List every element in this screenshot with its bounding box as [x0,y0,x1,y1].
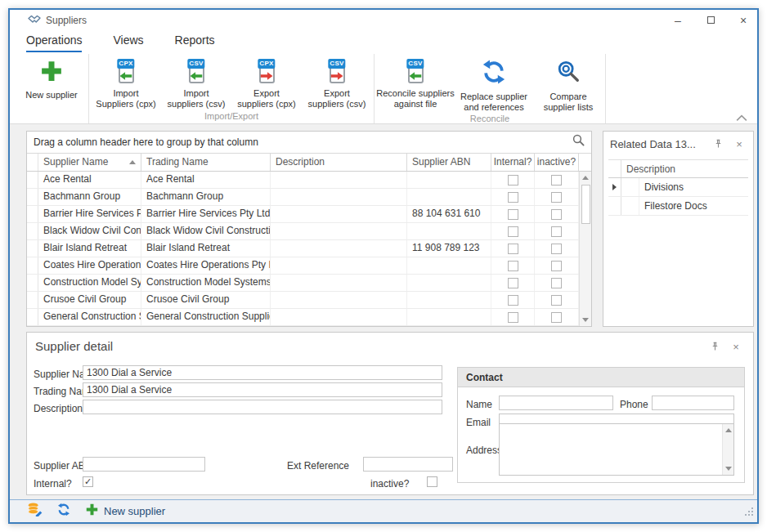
contact-phone-field[interactable] [652,396,734,410]
list-item[interactable]: Divisions [608,178,748,197]
minimize-button[interactable]: – [671,13,685,28]
internal-checkbox[interactable] [508,278,518,288]
inactive-checkbox[interactable] [551,209,562,220]
internal-checkbox[interactable] [508,295,518,306]
column-header-internal[interactable]: Internal? [491,154,535,171]
group-label-reconcile: Reconcile [376,113,603,126]
inactive-cell [535,292,579,308]
contact-name-field[interactable] [499,396,613,410]
inactive-checkbox[interactable] [551,244,562,254]
inactive-checkbox[interactable] [551,226,562,237]
grid-header-row: Supplier Name Trading Name Description S… [27,154,591,172]
contact-phone-label: Phone [620,399,648,410]
column-header-supplier-abn[interactable]: Supplier ABN [407,154,491,171]
table-row[interactable]: Coates Hire Operations P... Coates Hire … [27,257,591,275]
group-by-bar[interactable]: Drag a column header here to group by th… [27,132,591,154]
edit-data-button[interactable] [28,503,43,520]
replace-refresh-icon [482,59,506,88]
tab-operations[interactable]: Operations [26,34,82,52]
pin-icon[interactable] [711,136,725,151]
ribbon-group-reconcile: CSV Reconcile suppliers against file [375,54,606,123]
selected-row-pointer-icon [612,184,617,190]
inactive-checkbox[interactable] [551,295,562,306]
table-row[interactable]: Crusoe Civil Group Crusoe Civil Group [27,292,591,309]
scroll-up-icon[interactable] [580,172,591,184]
trading-name-cell: General Construction Supplie... [141,309,271,325]
internal-checkbox[interactable]: ✓ [83,476,93,487]
import-suppliers-csv-button[interactable]: CSV Import suppliers (csv) [161,54,231,110]
refresh-icon [57,503,70,520]
close-button[interactable]: × [736,13,751,28]
column-header-description[interactable]: Description [271,154,407,171]
inactive-checkbox[interactable] [551,312,562,323]
table-row[interactable]: Blair Island Retreat Blair Island Retrea… [27,240,591,257]
address-scrollbar[interactable] [722,424,733,475]
supplier-name-field[interactable] [83,365,442,380]
ext-reference-field[interactable] [363,457,453,472]
search-icon[interactable] [572,134,585,150]
reconcile-suppliers-button[interactable]: CSV Reconcile suppliers against file [376,54,455,113]
scroll-down-icon[interactable] [580,314,591,326]
supplier-abn-cell [407,223,491,239]
tab-views[interactable]: Views [113,34,143,52]
internal-cell [491,309,535,325]
compare-magnifier-icon [556,59,581,88]
close-icon[interactable]: × [729,339,743,354]
import-csv-icon: CSV [182,59,210,85]
inactive-cell [535,189,579,205]
export-suppliers-cpx-button[interactable]: CPX Export suppliers (cpx) [231,54,302,110]
inactive-checkbox[interactable] [551,175,562,186]
table-row[interactable]: General Construction Su... General Const… [27,309,591,326]
table-row[interactable]: Ace Rental Ace Rental [27,172,591,189]
contact-address-field[interactable] [500,424,733,475]
export-cpx-icon: CPX [253,59,280,85]
table-row[interactable]: Bachmann Group Bachmann Group [27,189,591,206]
scroll-down-icon[interactable] [723,463,733,475]
internal-checkbox[interactable] [508,261,518,271]
row-indicator-cell [27,275,38,291]
list-item[interactable]: Filestore Docs [608,197,748,216]
inactive-checkbox[interactable] [551,261,562,271]
tab-reports[interactable]: Reports [175,34,215,52]
supplier-detail-title: Supplier detail [35,339,113,353]
export-suppliers-csv-button[interactable]: CSV Export suppliers (csv) [302,54,372,110]
internal-cell [491,189,535,205]
internal-checkbox[interactable] [508,175,518,186]
row-indicator-cell [608,197,621,215]
inactive-checkbox[interactable] [551,192,562,203]
new-supplier-statusbar-button[interactable]: New supplier [85,503,165,520]
compare-supplier-lists-button[interactable]: Compare supplier lists [533,54,603,113]
scroll-up-icon[interactable] [723,424,733,436]
description-field[interactable] [83,400,442,414]
internal-checkbox[interactable] [508,209,518,220]
table-row[interactable]: Black Widow Civil Constr... Black Widow … [27,223,591,240]
supplier-detail-panel: Supplier detail × Supplier Name Trading … [26,332,754,495]
inactive-checkbox[interactable] [551,278,562,288]
resize-grip[interactable] [744,505,754,520]
close-icon[interactable]: × [732,136,747,151]
refresh-button[interactable] [57,503,70,520]
maximize-button[interactable] [703,13,718,28]
pin-icon[interactable] [707,339,722,354]
internal-checkbox[interactable] [508,192,518,203]
internal-checkbox[interactable] [508,244,518,254]
replace-supplier-button[interactable]: Replace supplier and references [455,54,533,113]
scrollbar-thumb[interactable] [581,185,590,224]
import-suppliers-cpx-button[interactable]: CPX Import Suppliers (cpx) [91,54,161,110]
inactive-checkbox[interactable] [427,476,437,487]
trading-name-cell: Construction Model Systems [141,275,271,291]
vertical-scrollbar[interactable] [579,172,591,326]
table-row[interactable]: Barrier Hire Services Pty ... Barrier Hi… [27,206,591,223]
table-row[interactable]: Construction Model Syst... Construction … [27,275,591,292]
internal-checkbox[interactable] [508,312,518,323]
inactive-cell [535,223,579,239]
column-header-trading-name[interactable]: Trading Name [141,154,271,171]
new-supplier-button[interactable]: New supplier [16,54,87,110]
trading-name-field[interactable] [83,382,442,397]
chevron-up-icon[interactable] [736,110,749,120]
column-header-supplier-name[interactable]: Supplier Name [38,154,141,171]
related-column-description[interactable]: Description [621,163,675,175]
internal-checkbox[interactable] [508,226,518,237]
column-header-inactive[interactable]: inactive? [535,154,579,171]
supplier-abn-field[interactable] [83,457,205,472]
